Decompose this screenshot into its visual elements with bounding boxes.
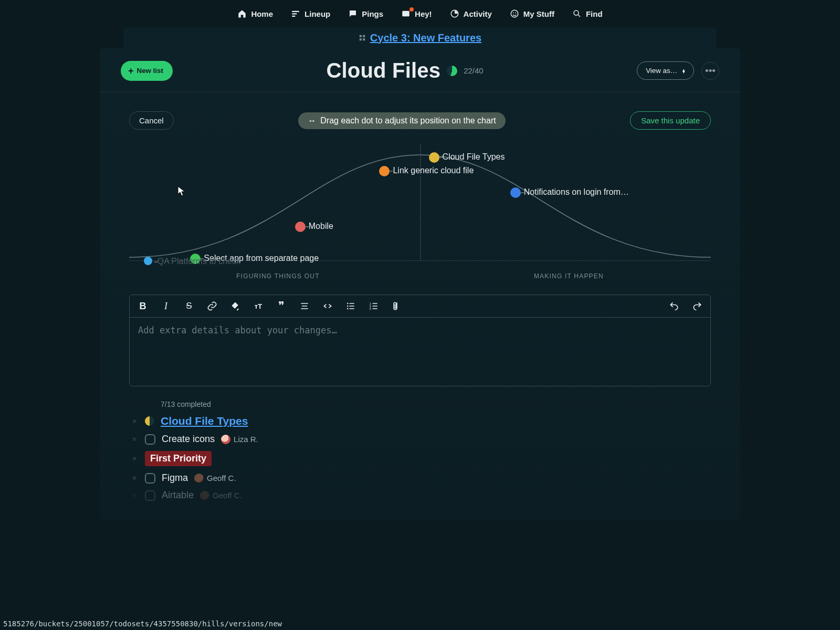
svg-point-2	[511, 10, 518, 17]
hill-dot-label: Notifications on login from…	[524, 187, 629, 197]
hill-dot-cloud-types[interactable]: Cloud File Types	[429, 152, 439, 163]
breadcrumb-link[interactable]: Cycle 3: New Features	[370, 32, 481, 44]
drag-handle-icon[interactable]: ≡	[129, 474, 139, 482]
drag-handle-icon[interactable]: ≡	[129, 455, 139, 463]
hill-dot-label: QA Platforms to check	[158, 257, 240, 266]
nav-home[interactable]: Home	[237, 9, 273, 18]
pings-icon	[348, 9, 358, 18]
view-as-button[interactable]: View as… ▴▾	[637, 61, 694, 80]
progress-disc-icon	[447, 66, 457, 76]
status-url: 5185276/buckets/25001057/todosets/435755…	[0, 617, 285, 630]
bullet-list-icon[interactable]	[345, 300, 356, 312]
italic-icon[interactable]: I	[160, 300, 172, 312]
svg-rect-9	[363, 38, 365, 40]
assignee-name: Geoff C.	[213, 491, 242, 500]
hill-chart-editor: Cancel ↔ Drag each dot to adjust its pos…	[100, 92, 740, 285]
svg-point-4	[515, 13, 516, 14]
undo-icon[interactable]	[668, 300, 680, 312]
list-group-title-link[interactable]: Cloud File Types	[161, 415, 248, 427]
nav-hey-label: Hey!	[415, 9, 432, 18]
list-item: ≡ Airtable Geoff C.	[129, 487, 711, 504]
code-icon[interactable]	[322, 300, 333, 312]
new-list-label: New list	[137, 67, 163, 75]
resize-horizontal-icon: ↔	[308, 116, 316, 125]
sheet-header: + New list Cloud Files 22/40 View as… ▴▾…	[100, 48, 740, 92]
progress-half-icon	[145, 416, 154, 426]
link-icon[interactable]	[206, 300, 218, 312]
grid-icon	[359, 34, 370, 41]
hill-dot-label: Cloud File Types	[443, 152, 505, 162]
nav-hey[interactable]: Hey!	[401, 9, 432, 18]
completed-count: 7/13 completed	[161, 400, 711, 408]
hill-dot-label: Mobile	[309, 222, 333, 231]
new-list-button[interactable]: + New list	[121, 61, 173, 81]
checkbox[interactable]	[145, 473, 155, 484]
fill-color-icon[interactable]	[229, 300, 241, 312]
svg-rect-6	[360, 35, 362, 37]
view-as-label: View as…	[646, 67, 677, 75]
quote-icon[interactable]: ❞	[276, 300, 287, 312]
redo-icon[interactable]	[691, 300, 703, 312]
avatar	[221, 435, 230, 444]
drag-hint-label: Drag each dot to adjust its position on …	[320, 116, 496, 125]
search-icon	[572, 9, 582, 18]
nav-mystuff-label: My Stuff	[523, 9, 554, 18]
assignee-name: Liza R.	[234, 435, 258, 444]
page-sheet: + New list Cloud Files 22/40 View as… ▴▾…	[100, 48, 740, 520]
svg-point-12	[347, 308, 349, 310]
checkbox[interactable]	[145, 490, 155, 501]
nav-activity-label: Activity	[464, 9, 492, 18]
drag-hint: ↔ Drag each dot to adjust its position o…	[298, 112, 505, 129]
title-wrap: Cloud Files 22/40	[326, 59, 483, 82]
hill-midline	[420, 144, 421, 261]
ellipsis-icon: •••	[705, 65, 716, 77]
drag-handle-icon[interactable]: ≡	[129, 417, 139, 425]
hill-dot-qa[interactable]: QA Platforms to check	[144, 257, 152, 265]
checkbox[interactable]	[145, 434, 155, 445]
avatar	[200, 491, 209, 500]
drag-handle-icon[interactable]: ≡	[129, 491, 139, 499]
nav-pings[interactable]: Pings	[348, 9, 383, 18]
assignee[interactable]: Geoff C.	[194, 474, 236, 483]
nav-lineup-label: Lineup	[304, 9, 330, 18]
svg-text:3: 3	[370, 307, 371, 310]
nav-home-label: Home	[251, 9, 273, 18]
list-item: ≡ Figma Geoff C.	[129, 469, 711, 487]
hill-dot-label: Link generic cloud file	[393, 166, 474, 175]
hill-dot-mobile[interactable]: Mobile	[295, 222, 306, 232]
nav-activity[interactable]: Activity	[450, 9, 492, 18]
drag-handle-icon[interactable]: ≡	[129, 435, 139, 443]
activity-icon	[450, 9, 459, 18]
svg-rect-7	[363, 35, 365, 37]
hill-dot-notifications[interactable]: Notifications on login from…	[510, 187, 521, 198]
update-textarea[interactable]	[130, 318, 710, 386]
cancel-button[interactable]: Cancel	[129, 111, 174, 130]
list-item: ≡ First Priority	[129, 448, 711, 469]
nav-mystuff[interactable]: My Stuff	[510, 9, 554, 18]
attachment-icon[interactable]	[391, 300, 403, 312]
bold-icon[interactable]: B	[137, 300, 149, 312]
nav-lineup[interactable]: Lineup	[291, 9, 330, 18]
nav-find[interactable]: Find	[572, 9, 603, 18]
more-menu-button[interactable]: •••	[701, 62, 719, 80]
assignee[interactable]: Geoff C.	[200, 491, 242, 500]
hill-chart[interactable]: Cloud File Types Link generic cloud file…	[129, 139, 711, 276]
breadcrumb: Cycle 3: New Features	[123, 27, 717, 48]
align-icon[interactable]	[299, 300, 310, 312]
svg-point-11	[347, 306, 349, 307]
text-size-icon[interactable]: тT	[253, 300, 264, 312]
assignee[interactable]: Liza R.	[221, 435, 258, 444]
svg-rect-0	[402, 11, 410, 17]
numbered-list-icon[interactable]: 123	[368, 300, 380, 312]
top-nav: Home Lineup Pings Hey! Activity My Stuff	[0, 0, 840, 27]
list-item: ≡ Create icons Liza R.	[129, 430, 711, 448]
save-update-button[interactable]: Save this update	[630, 111, 711, 130]
avatar	[194, 474, 204, 483]
svg-point-5	[574, 10, 579, 15]
task-title[interactable]: Airtable	[162, 490, 194, 501]
task-title[interactable]: Figma	[162, 472, 188, 484]
sort-caret-icon: ▴▾	[682, 69, 685, 73]
priority-tag[interactable]: First Priority	[145, 451, 212, 466]
task-title[interactable]: Create icons	[162, 434, 215, 445]
strikethrough-icon[interactable]: S	[183, 300, 195, 312]
